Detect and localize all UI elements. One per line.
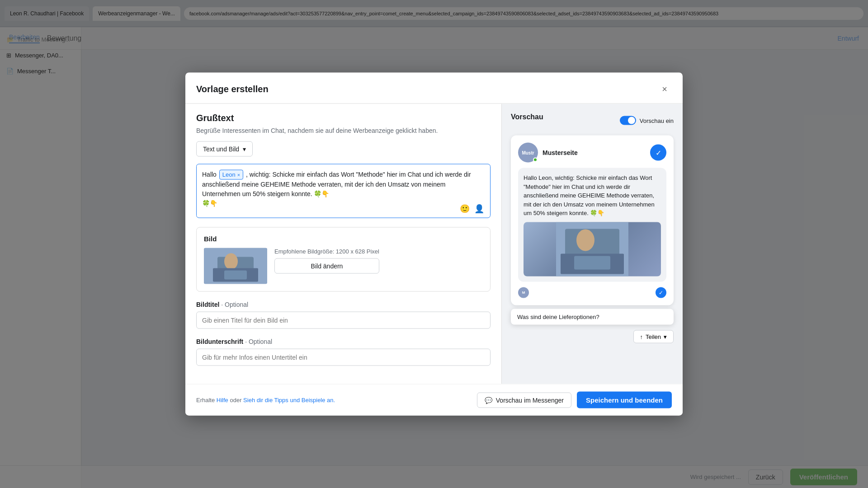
preview-title: Vorschau [511,113,543,121]
modal-body: Grußtext Begrüße Interessenten im Chat, … [185,104,683,384]
bildtitel-field: Bildtitel · Optional [196,301,491,329]
emoji-icon[interactable]: 🙂 [459,203,470,214]
format-dropdown[interactable]: Text und Bild ▾ [196,141,253,157]
share-button[interactable]: ↑ Teilen ▾ [633,330,674,343]
image-info: Empfohlene Bildgröße: 1200 x 628 Pixel B… [274,248,379,274]
bildtitel-optional: · Optional [221,301,248,308]
image-size-hint: Empfohlene Bildgröße: 1200 x 628 Pixel [274,248,379,255]
emoji-row: 🍀👇 [202,199,217,206]
bildtitel-label: Bildtitel · Optional [196,301,491,308]
avatar-initials: Mustr [522,150,534,155]
preview-toggle-label: Vorschau ein [640,117,674,124]
modal-footer: Erhalte Hilfe oder Sieh dir die Tipps un… [185,384,683,416]
bildunterschrift-field: Bildunterschrift · Optional [196,338,491,366]
preview-messenger-button[interactable]: 💬 Vorschau im Messenger [477,392,571,408]
footer-right: 💬 Vorschau im Messenger Speichern und be… [477,392,672,408]
modal-left-panel: Grußtext Begrüße Interessenten im Chat, … [185,104,502,384]
image-section: Bild [196,227,491,292]
image-thumbnail-inner [204,248,267,284]
svg-point-7 [576,229,594,251]
svg-rect-9 [574,256,610,269]
modal-header: Vorlage erstellen × [185,73,683,104]
bildunterschrift-optional: · Optional [245,338,272,345]
vorlage-erstellen-modal: Vorlage erstellen × Grußtext Begrüße Int… [185,73,683,416]
share-row: ↑ Teilen ▾ [511,330,674,343]
change-image-button[interactable]: Bild ändern [274,258,379,274]
help-middle: oder [230,397,243,404]
online-indicator [533,158,538,162]
tag-label: Leon [222,170,236,179]
help-link1[interactable]: Hilfe [217,397,228,404]
messenger-card-header: Mustr Musterseite ✓ [518,143,666,163]
preview-button-label: Vorschau im Messenger [496,396,564,404]
image-thumbnail [204,248,267,284]
messenger-check-button[interactable]: ✓ [650,145,666,161]
image-upload-row: Empfohlene Bildgröße: 1200 x 628 Pixel B… [204,248,483,284]
share-label: Teilen [646,333,661,340]
messenger-page-name: Musterseite [542,149,650,156]
bildtitel-label-text: Bildtitel [196,301,219,308]
share-icon: ↑ [640,333,643,340]
messenger-preview-card: Mustr Musterseite ✓ Hallo Leon, wichtig:… [511,136,674,305]
footer-avatar-initials: M [522,291,525,295]
preview-toggle[interactable] [620,116,636,125]
help-prefix: Erhalte [196,397,217,404]
share-chevron-icon: ▾ [664,333,667,340]
message-image [524,222,661,276]
text-area-toolbar: 🙂 👤 [459,203,485,214]
message-image-svg [524,222,661,276]
preview-toggle-row: Vorschau ein [620,116,674,125]
name-tag[interactable]: Leon × [219,170,243,180]
messenger-icon: 💬 [485,396,492,404]
modal-close-button[interactable]: × [657,82,672,96]
bildunterschrift-label: Bildunterschrift · Optional [196,338,491,345]
image-section-title: Bild [204,235,483,243]
message-bubble: Hallo Leon, wichtig: Schicke mir einfach… [518,168,666,282]
grusstext-description: Begrüße Interessenten im Chat, nachdem s… [196,127,491,134]
modal-right-panel: Vorschau Vorschau ein Mustr Musterseite … [502,104,683,384]
bildunterschrift-label-text: Bildunterschrift [196,338,243,345]
text-area-content: Hallo Leon × , wichtig: Schicke mir einf… [202,170,485,208]
message-bottom-row: M ✓ [518,287,666,298]
dropdown-value: Text und Bild [203,145,239,153]
svg-rect-4 [224,271,247,280]
bildunterschrift-input[interactable] [196,349,491,366]
text-prefix: Hallo [202,171,218,178]
person-icon[interactable]: 👤 [474,203,485,214]
help-link2[interactable]: Sieh dir die Tipps und Beispiele an. [243,397,335,404]
grusstext-title: Grußtext [196,113,491,123]
footer-help-text: Erhalte Hilfe oder Sieh dir die Tipps un… [196,397,335,404]
svg-point-2 [224,253,238,270]
popup-text: Was sind deine Lieferoptionen? [517,313,599,320]
messenger-avatar: Mustr [518,143,538,163]
chevron-down-icon: ▾ [243,145,246,153]
messenger-footer-avatar: M [518,287,529,298]
modal-title: Vorlage erstellen [196,84,269,94]
message-text-area[interactable]: Hallo Leon × , wichtig: Schicke mir einf… [196,164,491,218]
popup-message: Was sind deine Lieferoptionen? [511,309,674,324]
tag-remove-button[interactable]: × [237,171,240,178]
bildtitel-input[interactable] [196,312,491,329]
save-and-finish-button[interactable]: Speichern und beenden [577,392,672,408]
messenger-footer-icon[interactable]: ✓ [656,287,666,298]
thumbnail-svg [204,248,267,284]
message-text: Hallo Leon, wichtig: Schicke mir einfach… [524,174,655,216]
